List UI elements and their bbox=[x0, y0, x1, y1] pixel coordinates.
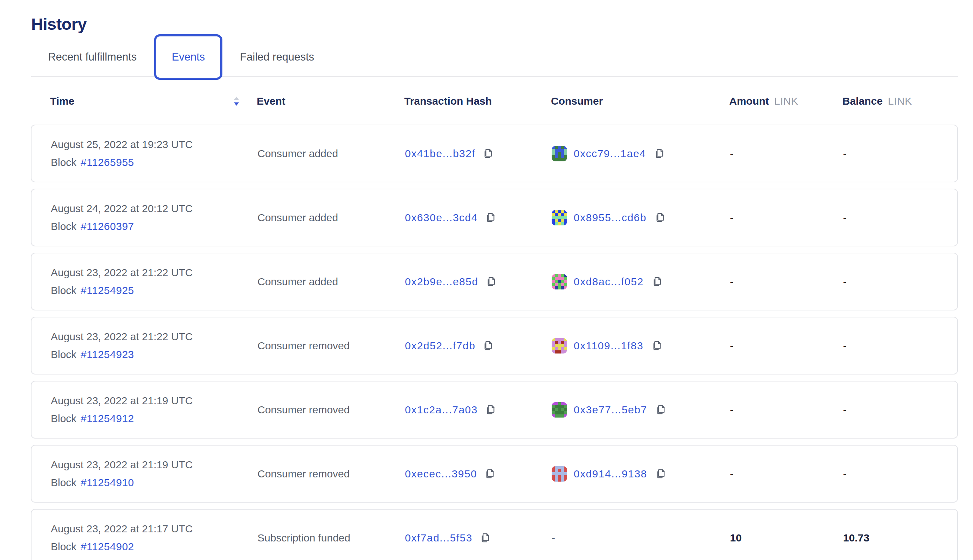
copy-consumer-address-icon[interactable] bbox=[654, 212, 666, 223]
row-date: August 23, 2022 at 21:22 UTC bbox=[51, 330, 257, 343]
row-block-link[interactable]: #11260397 bbox=[80, 220, 134, 233]
column-header-balance[interactable]: Balance LINK bbox=[843, 95, 958, 107]
tab-events[interactable]: Events bbox=[154, 34, 222, 80]
table-row: August 25, 2022 at 19:23 UTC Block #1126… bbox=[31, 125, 958, 182]
copy-consumer-address-icon[interactable] bbox=[651, 340, 663, 352]
row-date: August 24, 2022 at 20:12 UTC bbox=[51, 202, 257, 215]
transaction-hash-cell: 0xf7ad...5f53 bbox=[405, 532, 552, 544]
row-block-label: Block bbox=[51, 476, 76, 489]
column-header-consumer[interactable]: Consumer bbox=[551, 95, 729, 107]
row-amount: 10 bbox=[730, 532, 843, 544]
row-tx-link[interactable]: 0x630e...3cd4 bbox=[405, 212, 478, 223]
consumer-avatar bbox=[552, 402, 567, 418]
row-tx-link[interactable]: 0x2d52...f7db bbox=[405, 340, 475, 352]
transaction-hash-cell: 0x1c2a...7a03 bbox=[405, 404, 552, 416]
balance-unit-label: LINK bbox=[888, 95, 912, 107]
row-date: August 25, 2022 at 19:23 UTC bbox=[51, 138, 257, 151]
row-block-link[interactable]: #11254912 bbox=[80, 412, 134, 425]
tab-failed-requests[interactable]: Failed requests bbox=[223, 51, 331, 63]
time-cell: August 23, 2022 at 21:17 UTC Block #1125… bbox=[51, 522, 257, 553]
time-cell: August 25, 2022 at 19:23 UTC Block #1126… bbox=[51, 138, 257, 169]
row-tx-link[interactable]: 0x2b9e...e85d bbox=[405, 276, 478, 288]
table-header-row: Time Event Transaction Hash Consumer Amo… bbox=[31, 77, 958, 125]
table-row: August 24, 2022 at 20:12 UTC Block #1126… bbox=[31, 188, 958, 247]
row-consumer-link[interactable]: 0xd8ac...f052 bbox=[574, 276, 644, 288]
copy-tx-hash-icon[interactable] bbox=[485, 404, 497, 416]
row-amount: - bbox=[730, 212, 843, 223]
consumer-avatar bbox=[552, 210, 567, 225]
row-consumer-link[interactable]: 0x1109...1f83 bbox=[574, 340, 644, 352]
time-cell: August 24, 2022 at 20:12 UTC Block #1126… bbox=[51, 202, 257, 233]
time-cell: August 23, 2022 at 21:22 UTC Block #1125… bbox=[51, 330, 257, 361]
row-consumer-link[interactable]: 0x8955...cd6b bbox=[574, 212, 647, 223]
sort-descending-icon[interactable] bbox=[233, 96, 240, 106]
copy-tx-hash-icon[interactable] bbox=[484, 468, 496, 480]
transaction-hash-cell: 0x2b9e...e85d bbox=[405, 276, 552, 288]
row-event: Subscription funded bbox=[257, 532, 405, 544]
consumer-cell: 0xd8ac...f052 bbox=[552, 274, 730, 290]
row-tx-link[interactable]: 0xf7ad...5f53 bbox=[405, 532, 473, 544]
consumer-cell: 0xcc79...1ae4 bbox=[552, 146, 730, 162]
row-date: August 23, 2022 at 21:17 UTC bbox=[51, 522, 257, 535]
time-cell: August 23, 2022 at 21:22 UTC Block #1125… bbox=[51, 266, 257, 297]
row-tx-link[interactable]: 0x41be...b32f bbox=[405, 148, 475, 160]
row-block-label: Block bbox=[51, 412, 76, 425]
row-block-link[interactable]: #11254925 bbox=[80, 284, 134, 297]
row-amount: - bbox=[730, 468, 843, 480]
row-block-link[interactable]: #11254902 bbox=[80, 540, 134, 553]
row-amount: - bbox=[730, 148, 843, 160]
amount-unit-label: LINK bbox=[774, 95, 798, 107]
consumer-avatar bbox=[552, 146, 567, 162]
column-header-event[interactable]: Event bbox=[257, 95, 404, 107]
events-table-body: August 25, 2022 at 19:23 UTC Block #1126… bbox=[31, 125, 958, 560]
copy-consumer-address-icon[interactable] bbox=[652, 276, 664, 288]
row-balance: 10.73 bbox=[843, 532, 957, 544]
row-consumer-link[interactable]: 0xd914...9138 bbox=[574, 468, 647, 480]
transaction-hash-cell: 0xecec...3950 bbox=[405, 468, 552, 480]
table-row: August 23, 2022 at 21:22 UTC Block #1125… bbox=[31, 253, 958, 310]
history-tabs: Recent fulfillments Events Failed reques… bbox=[31, 34, 331, 80]
copy-consumer-address-icon[interactable] bbox=[654, 148, 665, 160]
row-event: Consumer removed bbox=[257, 468, 405, 480]
row-block-link[interactable]: #11265955 bbox=[80, 156, 134, 169]
row-balance: - bbox=[843, 340, 957, 352]
copy-tx-hash-icon[interactable] bbox=[482, 148, 494, 160]
column-header-transaction-hash[interactable]: Transaction Hash bbox=[404, 95, 551, 107]
copy-consumer-address-icon[interactable] bbox=[655, 468, 667, 480]
copy-consumer-address-icon[interactable] bbox=[655, 404, 667, 416]
row-consumer-link[interactable]: 0x3e77...5eb7 bbox=[574, 404, 647, 416]
row-event: Consumer removed bbox=[257, 340, 405, 352]
table-row: August 23, 2022 at 21:22 UTC Block #1125… bbox=[31, 317, 958, 375]
row-event: Consumer removed bbox=[257, 404, 405, 416]
column-header-amount[interactable]: Amount LINK bbox=[729, 95, 843, 107]
consumer-avatar bbox=[552, 466, 567, 482]
copy-tx-hash-icon[interactable] bbox=[482, 340, 494, 352]
consumer-cell: 0x8955...cd6b bbox=[552, 210, 730, 225]
row-block-link[interactable]: #11254910 bbox=[80, 476, 134, 489]
copy-tx-hash-icon[interactable] bbox=[480, 532, 492, 544]
row-tx-link[interactable]: 0xecec...3950 bbox=[405, 468, 477, 480]
row-date: August 23, 2022 at 21:19 UTC bbox=[51, 458, 257, 472]
consumer-cell: 0x3e77...5eb7 bbox=[552, 402, 730, 418]
consumer-cell: - bbox=[552, 532, 730, 544]
balance-header-label: Balance bbox=[843, 95, 883, 107]
transaction-hash-cell: 0x2d52...f7db bbox=[405, 340, 552, 352]
row-event: Consumer added bbox=[257, 148, 405, 160]
page-title: History bbox=[31, 14, 87, 33]
row-block-label: Block bbox=[51, 156, 76, 169]
copy-tx-hash-icon[interactable] bbox=[485, 212, 497, 223]
copy-tx-hash-icon[interactable] bbox=[485, 276, 497, 288]
transaction-hash-cell: 0x630e...3cd4 bbox=[405, 212, 552, 223]
tab-recent-fulfillments[interactable]: Recent fulfillments bbox=[31, 51, 154, 63]
row-tx-link[interactable]: 0x1c2a...7a03 bbox=[405, 404, 478, 416]
row-block-label: Block bbox=[51, 348, 76, 361]
table-row: August 23, 2022 at 21:19 UTC Block #1125… bbox=[31, 381, 958, 438]
row-amount: - bbox=[730, 276, 843, 288]
column-header-time[interactable]: Time bbox=[50, 95, 257, 107]
row-event: Consumer added bbox=[257, 212, 405, 223]
row-date: August 23, 2022 at 21:19 UTC bbox=[51, 394, 257, 407]
row-balance: - bbox=[843, 404, 957, 416]
row-block-link[interactable]: #11254923 bbox=[80, 348, 134, 361]
row-consumer-link[interactable]: 0xcc79...1ae4 bbox=[574, 148, 646, 160]
row-balance: - bbox=[843, 212, 957, 223]
